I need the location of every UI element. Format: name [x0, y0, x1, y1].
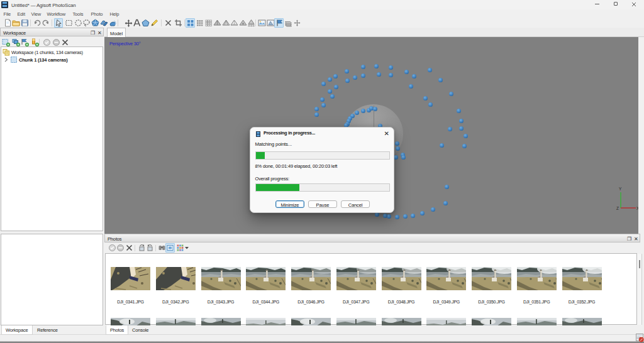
svg-text:X: X [636, 206, 638, 210]
svg-text:Z: Z [616, 206, 619, 210]
svg-text:Y: Y [619, 187, 622, 191]
